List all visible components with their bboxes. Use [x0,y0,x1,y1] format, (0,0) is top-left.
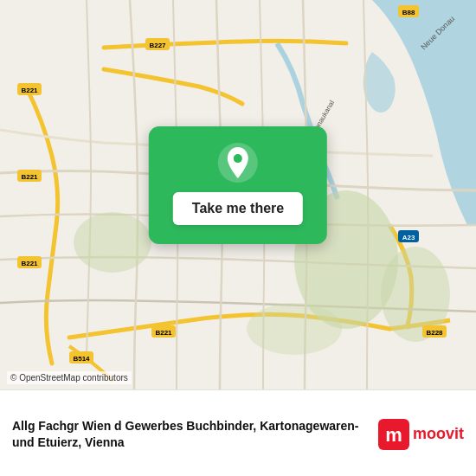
location-pin-icon [217,142,259,183]
place-name: Allg Fachgr Wien d Gewerbes Buchbinder, … [12,418,370,451]
svg-text:B88: B88 [402,9,415,16]
svg-point-26 [234,154,242,163]
map-copyright: © OpenStreetMap contributors [7,371,132,384]
svg-text:B228: B228 [426,329,443,337]
svg-text:A23: A23 [402,234,415,241]
svg-text:B221: B221 [155,329,172,337]
moovit-icon: m [378,419,409,450]
take-me-there-button[interactable]: Take me there [173,192,303,225]
moovit-logo: m moovit [378,419,464,450]
moovit-brand-text: moovit [413,425,464,443]
svg-text:B227: B227 [149,42,166,49]
svg-text:B221: B221 [21,173,38,181]
place-info: Allg Fachgr Wien d Gewerbes Buchbinder, … [12,418,370,451]
popup-card: Take me there [149,126,327,244]
info-bar: Allg Fachgr Wien d Gewerbes Buchbinder, … [0,389,476,476]
map-container: B227 B221 B221 B221 B514 B221 B88 A23 B2… [0,0,476,389]
svg-text:m: m [385,424,402,446]
svg-point-3 [74,212,151,273]
svg-point-4 [247,303,342,355]
app: B227 B221 B221 B221 B514 B221 B88 A23 B2… [0,0,476,476]
svg-text:B221: B221 [21,87,38,94]
svg-text:B221: B221 [21,260,38,267]
svg-text:B514: B514 [73,355,90,363]
